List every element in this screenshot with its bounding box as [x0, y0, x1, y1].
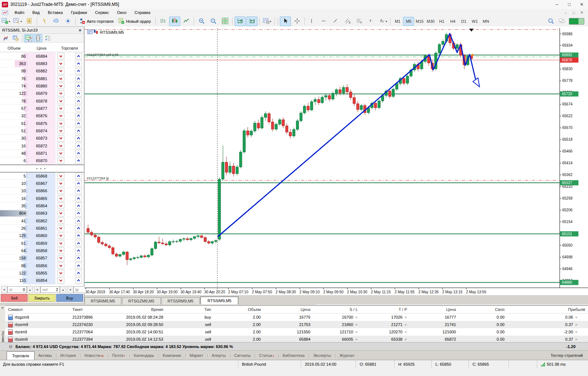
column-price[interactable]: Цена	[28, 44, 55, 52]
buy-at-price-button[interactable]	[75, 98, 82, 104]
sell-at-price-button[interactable]	[57, 135, 64, 142]
menu-item-2[interactable]: Вставка	[44, 10, 67, 15]
buy-at-price-button[interactable]	[75, 113, 82, 119]
buy-button[interactable]: Buy	[56, 294, 83, 302]
menu-item-1[interactable]: Вид	[28, 10, 44, 15]
cursor-icon[interactable]	[280, 17, 291, 26]
buy-at-price-button[interactable]	[75, 203, 82, 209]
tab-1[interactable]: Активы	[35, 352, 56, 359]
sell-at-price-button[interactable]	[57, 233, 64, 239]
column-header[interactable]: Прибыль	[507, 307, 588, 312]
close-position-icon[interactable]: ✕	[575, 338, 578, 341]
depth-toggle-icon[interactable]	[94, 30, 96, 33]
sell-at-price-button[interactable]	[57, 210, 64, 216]
remove-tp-icon[interactable]: ✕	[404, 338, 407, 341]
buy-at-price-button[interactable]	[75, 247, 82, 254]
strategy-tester-button[interactable]: Тестер стратегий	[550, 353, 583, 358]
tab-12[interactable]: Эксперты	[309, 352, 335, 359]
auto-scroll-icon[interactable]	[235, 17, 246, 26]
sell-at-price-button[interactable]	[57, 113, 64, 119]
close-icon[interactable]: ✕	[1, 306, 4, 310]
column-header[interactable]: Время	[114, 307, 166, 312]
column-header[interactable]: Цена	[410, 307, 459, 312]
horizontal-line-icon[interactable]	[318, 17, 329, 26]
equidistant-channel-icon[interactable]: E	[342, 17, 353, 26]
new-chart-icon[interactable]: ▾	[0, 17, 11, 26]
buy-at-price-button[interactable]	[75, 173, 82, 179]
menu-item-3[interactable]: Графики	[67, 10, 91, 15]
autotrade-button[interactable]: Авто-торговля	[78, 17, 116, 26]
timeframe-m30-button[interactable]: M30	[425, 17, 436, 26]
time-and-sales-icon[interactable]	[43, 34, 52, 42]
buy-at-price-button[interactable]	[75, 120, 82, 126]
timeframe-m1-button[interactable]: M1	[392, 17, 403, 26]
sell-at-price-button[interactable]	[57, 270, 64, 276]
buy-at-price-button[interactable]	[75, 83, 82, 89]
spinner-down-icon[interactable]: ▼	[1, 286, 7, 293]
timeframe-w1-button[interactable]: W1	[469, 17, 480, 26]
chart-tab-0[interactable]: RTSRiM9,M5	[85, 297, 121, 304]
chart-tab-1[interactable]: RTSGZM9,M5	[122, 297, 161, 304]
close-position-icon[interactable]: ✕	[575, 330, 578, 334]
line-chart-icon[interactable]	[181, 17, 192, 26]
community-icon[interactable]	[63, 17, 74, 26]
buy-at-price-button[interactable]	[75, 240, 82, 246]
chart-shift-icon[interactable]	[246, 17, 257, 26]
menu-item-0[interactable]: Файл	[10, 10, 28, 15]
sell-at-price-button[interactable]	[57, 128, 64, 134]
tab-8[interactable]: Алерты	[208, 352, 229, 359]
indicators-icon[interactable]: ▾	[261, 17, 272, 26]
remove-sl-icon[interactable]: ✕	[355, 316, 358, 319]
remove-sl-icon[interactable]: ✕	[355, 338, 358, 341]
spinner-down-icon[interactable]: ▼	[34, 286, 40, 293]
buy-at-price-button[interactable]	[75, 188, 82, 194]
sell-at-price-button[interactable]	[57, 90, 64, 97]
remove-tp-icon[interactable]: ✕	[404, 323, 407, 327]
quotes-icon[interactable]	[39, 17, 50, 26]
sell-at-price-button[interactable]	[57, 83, 64, 89]
tab-2[interactable]: История	[57, 352, 80, 359]
buy-at-price-button[interactable]	[75, 180, 82, 186]
sell-at-price-button[interactable]	[57, 120, 64, 126]
timeframe-h4-button[interactable]: H4	[447, 17, 458, 26]
column-volume[interactable]: Объем	[0, 44, 28, 52]
chart-tab-3[interactable]: RTSSiM9,M5	[200, 297, 238, 304]
column-header[interactable]: S / L	[313, 307, 361, 312]
buy-at-price-button[interactable]	[75, 135, 82, 142]
column-trade[interactable]: Торговля	[55, 44, 84, 52]
close-position-icon[interactable]: ✕	[575, 323, 578, 327]
buy-at-price-button[interactable]	[75, 195, 82, 201]
remove-tp-icon[interactable]: ✕	[404, 316, 407, 319]
table-row[interactable]: rtsgzm9 212373896 2019.05.02 08:24:28 bu…	[5, 314, 588, 321]
table-row[interactable]: rtsrim9 212377064 2019.05.02 14:00:51 se…	[5, 328, 588, 336]
tab-11[interactable]: Библиотека	[279, 352, 309, 359]
toolbox-scroll-arrows[interactable]: ◂▸	[581, 307, 587, 311]
column-header[interactable]: Объем	[214, 307, 264, 312]
tab-5[interactable]: Календарь	[130, 352, 158, 359]
table-row[interactable]: rtssim9 212377394 2019.05.02 14:12:53 se…	[5, 336, 588, 343]
candle-chart-icon[interactable]	[169, 17, 180, 26]
buy-at-price-button[interactable]	[75, 158, 82, 164]
sell-at-price-button[interactable]	[57, 60, 64, 67]
close-button[interactable]: ✕	[575, 1, 588, 8]
trendline-icon[interactable]	[330, 17, 341, 26]
timeframe-mn-button[interactable]: MN	[480, 17, 491, 26]
tab-4[interactable]: Почта7	[108, 352, 129, 359]
remove-tp-icon[interactable]: ✕	[404, 330, 407, 334]
tab-0[interactable]: Торговля	[7, 351, 35, 360]
buy-at-price-button[interactable]	[75, 75, 82, 82]
buy-at-price-button[interactable]	[75, 150, 82, 156]
sell-at-price-button[interactable]	[57, 173, 64, 179]
chat-icon[interactable]	[558, 18, 565, 25]
close-icon[interactable]: ✕	[79, 28, 82, 32]
column-header[interactable]: Своп	[459, 307, 507, 312]
menu-item-6[interactable]: Справка	[131, 10, 154, 15]
sell-at-price-button[interactable]	[57, 105, 64, 111]
spinner-up-icon[interactable]: ▲	[60, 286, 66, 293]
buy-at-price-button[interactable]	[75, 225, 82, 231]
spinner-down-icon[interactable]: ▼	[67, 286, 74, 293]
buy-at-price-button[interactable]	[75, 262, 82, 269]
sell-at-price-button[interactable]	[57, 68, 64, 74]
text-tool-icon[interactable]: T	[366, 17, 377, 26]
tab-13[interactable]: Журнал	[336, 352, 358, 359]
